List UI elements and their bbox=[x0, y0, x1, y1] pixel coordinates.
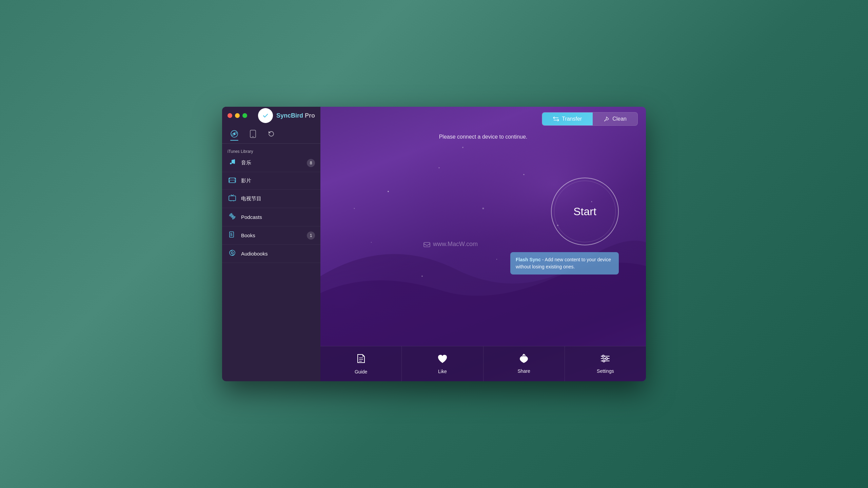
clean-icon bbox=[604, 116, 610, 122]
share-icon bbox=[518, 354, 529, 366]
maximize-button[interactable] bbox=[242, 113, 247, 118]
books-icon: S bbox=[228, 231, 237, 240]
like-button[interactable]: Like bbox=[402, 346, 483, 381]
svg-point-46 bbox=[603, 360, 605, 362]
logo-icon bbox=[258, 108, 273, 123]
movies-icon bbox=[228, 177, 237, 185]
start-area: Start Flash Sync - Add new content to yo… bbox=[320, 140, 646, 346]
start-button[interactable]: Start bbox=[551, 178, 619, 245]
library-label: iTunes Library bbox=[222, 149, 320, 154]
music-badge: 8 bbox=[307, 159, 315, 167]
guide-icon bbox=[356, 353, 367, 366]
podcasts-icon bbox=[228, 213, 237, 221]
svg-point-20 bbox=[231, 252, 233, 254]
audiobooks-icon bbox=[228, 249, 237, 258]
movies-label: 影片 bbox=[241, 178, 315, 184]
svg-rect-12 bbox=[229, 196, 236, 201]
like-label: Like bbox=[438, 369, 447, 374]
guide-button[interactable]: Guide bbox=[320, 346, 402, 381]
books-badge: 1 bbox=[307, 231, 315, 240]
svg-rect-7 bbox=[229, 178, 230, 179]
sidebar-item-movies[interactable]: 影片 bbox=[222, 172, 320, 190]
settings-icon bbox=[600, 354, 611, 366]
sidebar-items-list: 音乐 8 影片 bbox=[222, 154, 320, 381]
start-button-label: Start bbox=[573, 205, 596, 218]
like-icon bbox=[437, 353, 448, 366]
svg-rect-9 bbox=[229, 181, 230, 182]
books-label: Books bbox=[241, 232, 307, 238]
tab-refresh[interactable] bbox=[268, 130, 275, 140]
svg-rect-10 bbox=[235, 181, 236, 182]
settings-label: Settings bbox=[597, 368, 614, 374]
tv-icon bbox=[228, 195, 237, 203]
top-bar: Transfer Clean bbox=[320, 107, 646, 131]
music-label: 音乐 bbox=[241, 160, 307, 166]
connect-message: Please connect a device to continue. bbox=[320, 134, 646, 140]
app-logo: SyncBird Pro bbox=[258, 108, 315, 123]
sidebar-item-audiobooks[interactable]: Audiobooks bbox=[222, 245, 320, 263]
settings-button[interactable]: Settings bbox=[565, 346, 646, 381]
tab-device[interactable] bbox=[249, 130, 257, 141]
sidebar-item-tv[interactable]: 电视节目 bbox=[222, 190, 320, 208]
share-button[interactable]: Share bbox=[484, 346, 565, 381]
sidebar-item-podcasts[interactable]: Podcasts bbox=[222, 208, 320, 226]
svg-rect-8 bbox=[235, 178, 236, 179]
audiobooks-label: Audiobooks bbox=[241, 251, 315, 257]
bottom-bar: Guide Like bbox=[320, 346, 646, 381]
svg-point-39 bbox=[521, 357, 523, 358]
svg-point-40 bbox=[525, 357, 527, 358]
transfer-tab[interactable]: Transfer bbox=[542, 113, 593, 125]
app-name-label: SyncBird Pro bbox=[276, 112, 315, 119]
minimize-button[interactable] bbox=[235, 113, 240, 118]
guide-label: Guide bbox=[355, 369, 367, 374]
titlebar: SyncBird Pro bbox=[222, 107, 320, 124]
tab-itunes-library[interactable] bbox=[230, 130, 238, 141]
svg-point-0 bbox=[261, 111, 270, 120]
flash-sync-title: Flash Sync bbox=[516, 257, 541, 262]
sidebar: SyncBird Pro bbox=[222, 107, 320, 381]
svg-text:S: S bbox=[230, 233, 233, 237]
flash-sync-tooltip: Flash Sync - Add new content to your dev… bbox=[510, 252, 619, 274]
sidebar-item-books[interactable]: S Books 1 bbox=[222, 226, 320, 245]
clean-tab[interactable]: Clean bbox=[593, 113, 637, 125]
close-button[interactable] bbox=[228, 113, 232, 118]
svg-point-45 bbox=[606, 358, 608, 360]
share-label: Share bbox=[517, 368, 530, 374]
podcasts-label: Podcasts bbox=[241, 214, 315, 220]
sidebar-nav-tabs bbox=[222, 124, 320, 144]
svg-point-44 bbox=[602, 355, 604, 357]
sidebar-item-music[interactable]: 音乐 8 bbox=[222, 154, 320, 172]
transfer-icon bbox=[553, 116, 559, 122]
tab-switcher: Transfer Clean bbox=[542, 112, 638, 126]
app-window: SyncBird Pro bbox=[222, 107, 646, 381]
svg-point-16 bbox=[232, 216, 233, 217]
music-icon bbox=[228, 159, 237, 167]
tv-label: 电视节目 bbox=[241, 196, 315, 202]
main-content: Transfer Clean Please connect a device t… bbox=[320, 107, 646, 381]
